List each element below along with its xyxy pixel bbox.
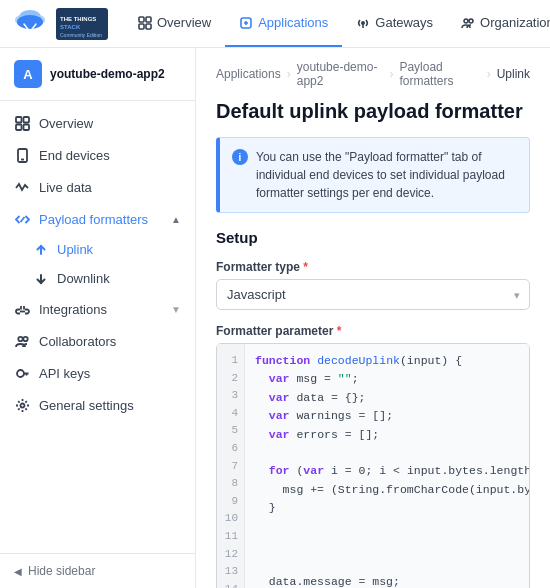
required-marker: * (300, 260, 308, 274)
sidebar-item-general-settings[interactable]: General settings (0, 389, 195, 421)
info-icon: i (232, 149, 248, 165)
formatter-type-group: Formatter type * Javascript ▾ (216, 260, 530, 310)
app-header: A youtube-demo-app2 (0, 48, 195, 101)
breadcrumb-sep-1: › (287, 67, 291, 81)
nav-tab-overview[interactable]: Overview (124, 0, 225, 47)
arrow-up-icon (34, 243, 48, 257)
sidebar-item-integrations[interactable]: Integrations ▼ (0, 293, 195, 325)
code-icon (14, 211, 30, 227)
breadcrumb-current: Uplink (497, 67, 530, 81)
users-icon (14, 333, 30, 349)
gateways-icon (356, 16, 370, 30)
nav-tab-organizations[interactable]: Organizations (447, 0, 550, 47)
sidebar-item-payload-formatters[interactable]: Payload formatters ▲ (0, 203, 195, 235)
nav-tab-applications[interactable]: Applications (225, 0, 342, 47)
svg-rect-9 (146, 17, 151, 22)
setup-title: Setup (216, 229, 530, 246)
breadcrumb-sep-2: › (389, 67, 393, 81)
key-icon (14, 365, 30, 381)
setup-section: Setup Formatter type * Javascript ▾ Form… (196, 229, 550, 588)
breadcrumb-applications[interactable]: Applications (216, 67, 281, 81)
code-content[interactable]: function decodeUplink(input) { var msg =… (245, 344, 529, 588)
svg-rect-11 (146, 24, 151, 29)
breadcrumb: Applications › youtube-demo-app2 › Paylo… (196, 48, 550, 96)
sidebar-nav: Overview End devices Live data Payload f… (0, 101, 195, 553)
svg-point-31 (20, 403, 24, 407)
formatter-param-group: Formatter parameter * 12345 678910 11121… (216, 324, 530, 588)
sidebar-item-end-devices[interactable]: End devices (0, 139, 195, 171)
svg-rect-16 (16, 117, 22, 123)
settings-icon (14, 397, 30, 413)
sidebar-item-uplink[interactable]: Uplink (10, 235, 195, 264)
breadcrumb-payload-formatters[interactable]: Payload formatters (399, 60, 480, 88)
sidebar-item-api-keys[interactable]: API keys (0, 357, 195, 389)
formatter-param-label: Formatter parameter * (216, 324, 530, 338)
chevron-left-icon: ◀ (14, 566, 22, 577)
main-layout: A youtube-demo-app2 Overview End devices (0, 48, 550, 588)
svg-rect-10 (139, 24, 144, 29)
svg-text:Community Edition: Community Edition (60, 32, 102, 38)
payload-formatters-children: Uplink Downlink (0, 235, 195, 293)
page-title: Default uplink payload formatter (196, 96, 550, 137)
svg-point-15 (469, 19, 473, 23)
organizations-icon (461, 16, 475, 30)
svg-line-22 (20, 217, 24, 222)
app-icon: A (14, 60, 42, 88)
formatter-type-select-wrapper: Javascript ▾ (216, 279, 530, 310)
line-numbers: 12345 678910 1112131415 1617 (217, 344, 245, 588)
overview-icon (138, 16, 152, 30)
svg-rect-17 (23, 117, 29, 123)
svg-rect-19 (23, 124, 29, 130)
sidebar: A youtube-demo-app2 Overview End devices (0, 48, 196, 588)
grid-icon (14, 115, 30, 131)
svg-point-14 (464, 19, 468, 23)
integrations-expand-icon: ▼ (171, 304, 181, 315)
breadcrumb-sep-3: › (487, 67, 491, 81)
info-text: You can use the "Payload formatter" tab … (256, 148, 517, 202)
svg-text:STACK: STACK (60, 24, 81, 30)
expand-icon: ▲ (171, 214, 181, 225)
logo-area: THE THINGS STACK Community Edition (12, 6, 108, 42)
ttn-cloud-logo (12, 6, 48, 42)
svg-rect-8 (139, 17, 144, 22)
applications-icon (239, 16, 253, 30)
hide-sidebar-button[interactable]: ◀ Hide sidebar (0, 553, 195, 588)
code-editor[interactable]: 12345 678910 1112131415 1617 function de… (216, 343, 530, 588)
sidebar-item-downlink[interactable]: Downlink (10, 264, 195, 293)
required-marker-2: * (333, 324, 341, 338)
nav-tab-gateways[interactable]: Gateways (342, 0, 447, 47)
arrow-down-icon (34, 272, 48, 286)
formatter-type-select[interactable]: Javascript (216, 279, 530, 310)
activity-icon (14, 179, 30, 195)
svg-point-30 (17, 370, 24, 377)
svg-point-28 (18, 336, 22, 340)
sidebar-item-collaborators[interactable]: Collaborators (0, 325, 195, 357)
sidebar-item-overview[interactable]: Overview (0, 107, 195, 139)
formatter-type-label: Formatter type * (216, 260, 530, 274)
svg-point-29 (23, 336, 27, 340)
svg-point-3 (17, 15, 43, 29)
app-name: youtube-demo-app2 (50, 67, 165, 81)
ttn-text-logo: THE THINGS STACK Community Edition (56, 8, 108, 40)
info-box: i You can use the "Payload formatter" ta… (216, 137, 530, 213)
content-area: Applications › youtube-demo-app2 › Paylo… (196, 48, 550, 588)
top-navigation: THE THINGS STACK Community Edition Overv… (0, 0, 550, 48)
nav-tabs: Overview Applications Gateways Organizat… (124, 0, 550, 47)
breadcrumb-app-name[interactable]: youtube-demo-app2 (297, 60, 384, 88)
sidebar-item-live-data[interactable]: Live data (0, 171, 195, 203)
plug-icon (14, 301, 30, 317)
device-icon (14, 147, 30, 163)
svg-point-13 (362, 21, 364, 23)
code-area: 12345 678910 1112131415 1617 function de… (217, 344, 529, 588)
svg-rect-18 (16, 124, 22, 130)
svg-text:THE THINGS: THE THINGS (60, 16, 96, 22)
